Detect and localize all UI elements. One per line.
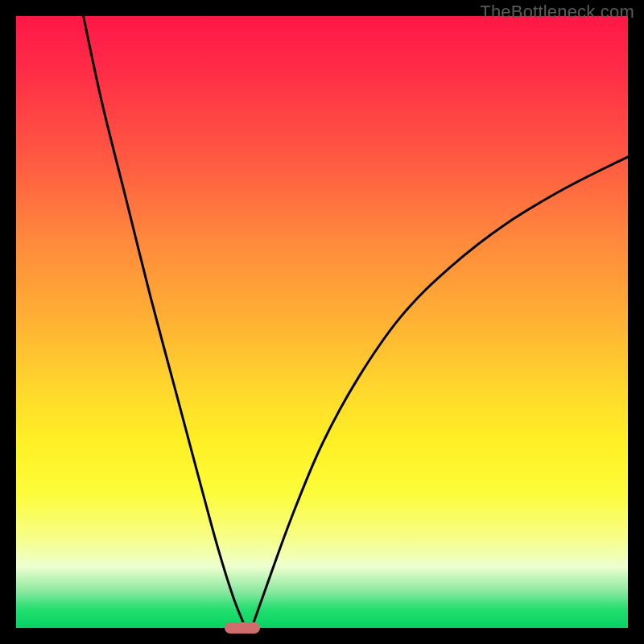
curve-left (84, 16, 246, 628)
optimum-marker (225, 622, 260, 634)
curve-layer (16, 16, 628, 628)
curve-right (252, 157, 628, 628)
watermark-text: TheBottleneck.com (480, 2, 634, 23)
plot-area (16, 16, 628, 628)
chart-frame: TheBottleneck.com (0, 0, 644, 644)
